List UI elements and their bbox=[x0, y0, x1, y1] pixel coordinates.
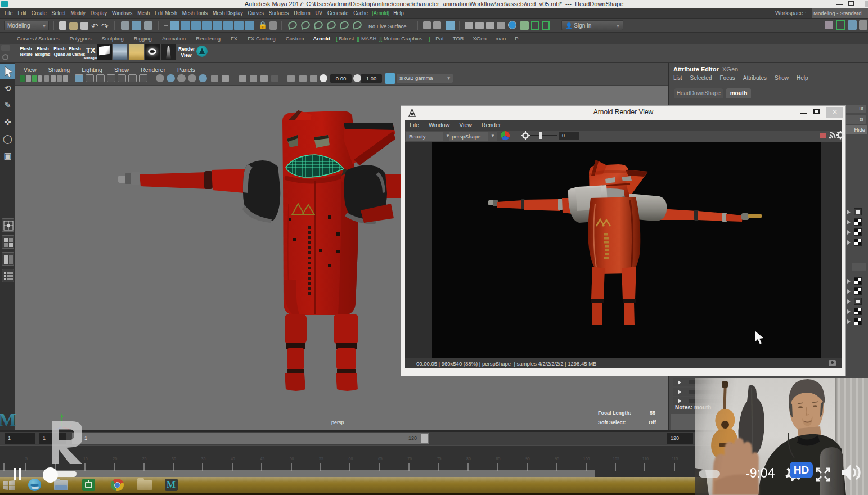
svg-text:M: M bbox=[0, 410, 16, 429]
